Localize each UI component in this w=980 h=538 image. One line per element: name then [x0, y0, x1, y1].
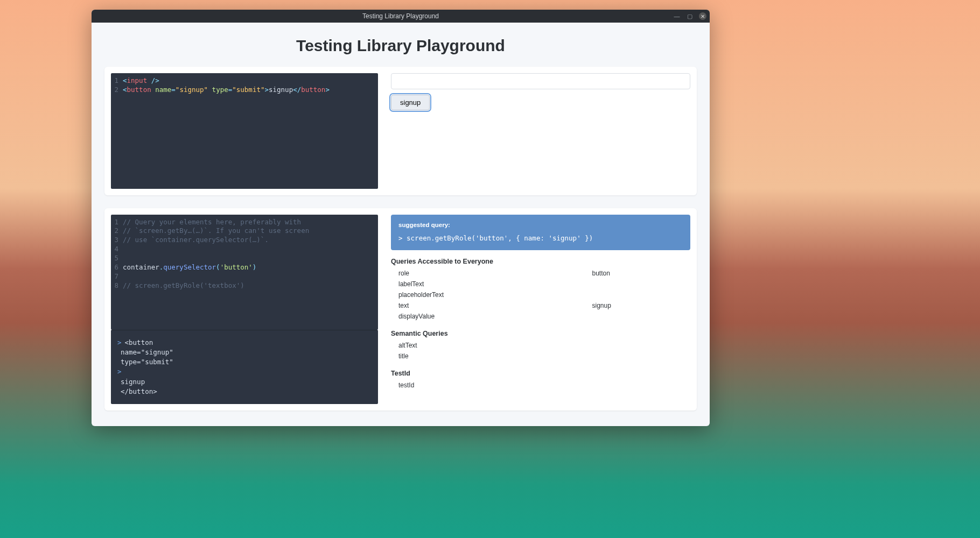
query-value [586, 351, 690, 361]
suggested-query-box: suggested query: > screen.getByRole('but… [391, 215, 690, 250]
minimize-icon[interactable]: — [673, 12, 681, 20]
query-key: altText [392, 341, 585, 350]
code-line[interactable]: // `screen.getBy…(…)`. If you can't use … [123, 226, 378, 236]
query-row[interactable]: altText [392, 341, 689, 350]
query-value [586, 312, 690, 321]
query-table: altTexttitle [391, 339, 690, 362]
result-line: </button> [117, 387, 376, 397]
query-groups: Queries Accessible to Everyonerolebutton… [391, 258, 690, 391]
page-body: Testing Library Playground 1<input />2<b… [92, 23, 710, 426]
query-key: role [392, 268, 585, 278]
query-row[interactable]: title [392, 351, 689, 361]
code-line[interactable]: <button name="signup" type="submit">sign… [123, 86, 378, 95]
markup-card: 1<input />2<button name="signup" type="s… [104, 67, 697, 195]
line-number: 2 [111, 86, 123, 95]
suggested-label: suggested query: [398, 220, 683, 230]
query-value: button [586, 268, 690, 278]
code-line[interactable]: // use `container.querySelector(…)`. [123, 236, 378, 245]
result-line: ><button [117, 338, 376, 348]
line-number: 5 [111, 254, 123, 263]
suggestions-pane: suggested query: > screen.getByRole('but… [384, 208, 697, 410]
preview-input[interactable] [391, 73, 690, 89]
query-key: testId [392, 380, 585, 390]
query-value [586, 290, 690, 300]
query-result: ><button name="signup" type="submit"> si… [111, 334, 378, 401]
query-row[interactable]: labelText [392, 279, 689, 289]
code-line[interactable]: <input /> [123, 76, 378, 86]
result-line: signup [117, 377, 376, 387]
query-key: labelText [392, 279, 585, 289]
line-number: 6 [111, 263, 123, 272]
preview-signup-button[interactable]: signup [391, 95, 430, 110]
page-title: Testing Library Playground [92, 23, 710, 67]
query-value: signup [586, 301, 690, 310]
maximize-icon[interactable]: ▢ [686, 12, 694, 20]
query-row[interactable]: placeholderText [392, 290, 689, 300]
result-line: > [117, 367, 376, 377]
line-number: 7 [111, 272, 123, 281]
query-row[interactable]: rolebutton [392, 268, 689, 278]
preview-pane: signup [384, 67, 697, 195]
query-row[interactable]: testId [392, 380, 689, 390]
line-number: 4 [111, 245, 123, 254]
code-line[interactable] [123, 272, 378, 281]
query-card: 1// Query your elements here, preferably… [104, 208, 697, 410]
code-line[interactable]: // screen.getByRole('textbox') [123, 281, 378, 291]
line-number: 1 [111, 76, 123, 86]
query-key: text [392, 301, 585, 310]
result-line: name="signup" [117, 348, 376, 357]
query-group-title: Semantic Queries [391, 330, 690, 337]
html-editor[interactable]: 1<input />2<button name="signup" type="s… [111, 73, 378, 189]
code-line[interactable] [123, 245, 378, 254]
suggested-query-text: screen.getByRole('button', { name: 'sign… [407, 234, 593, 242]
query-group-title: Queries Accessible to Everyone [391, 258, 690, 265]
result-line: type="submit" [117, 357, 376, 367]
line-number: 2 [111, 226, 123, 236]
code-line[interactable] [123, 254, 378, 263]
code-line[interactable]: container.querySelector('button') [123, 263, 378, 272]
query-table: rolebuttonlabelTextplaceholderTexttextsi… [391, 267, 690, 322]
titlebar: Testing Library Playground — ▢ ✕ [92, 10, 710, 23]
query-value [586, 341, 690, 350]
app-window: Testing Library Playground — ▢ ✕ Testing… [92, 10, 710, 426]
line-number: 3 [111, 236, 123, 245]
query-group-title: TestId [391, 370, 690, 377]
line-number: 1 [111, 218, 123, 227]
query-key: placeholderText [392, 290, 585, 300]
query-editor[interactable]: 1// Query your elements here, preferably… [111, 215, 378, 330]
query-key: title [392, 351, 585, 361]
query-value [586, 279, 690, 289]
query-key: displayValue [392, 312, 585, 321]
window-title: Testing Library Playground [362, 12, 439, 20]
code-line[interactable]: // Query your elements here, preferably … [123, 218, 378, 227]
line-number: 8 [111, 281, 123, 291]
query-table: testId [391, 379, 690, 391]
query-value [586, 380, 690, 390]
query-row[interactable]: textsignup [392, 301, 689, 310]
suggested-prompt: > [398, 234, 403, 242]
close-icon[interactable]: ✕ [699, 12, 706, 20]
query-row[interactable]: displayValue [392, 312, 689, 321]
